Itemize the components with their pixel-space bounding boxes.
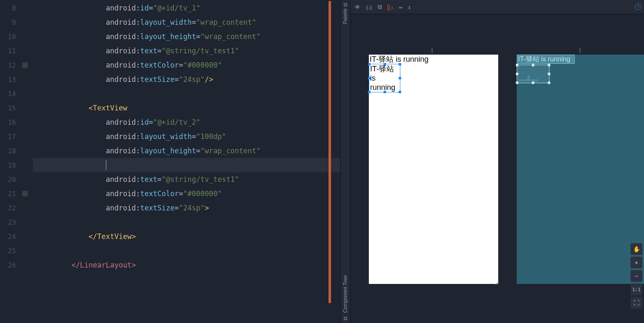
code-line[interactable]: android:text="@string/tv_test1" [33, 44, 340, 58]
arrow-h-icon[interactable]: ↔ [399, 4, 402, 11]
bp-handle-tr[interactable] [548, 64, 550, 66]
layout-design-pane: 👁 ▯▯ ⧉̸ ‖⚠ ↔ ↕ ? ⟟ ⟟ IT-驿站 is running IT… [350, 0, 644, 323]
code-line[interactable]: android:id="@+id/tv_1" [33, 1, 340, 15]
line-number: 21 [0, 186, 33, 201]
no-magnet-icon[interactable]: ⧉̸ [378, 3, 382, 11]
palette-tab[interactable]: Palette [342, 8, 348, 24]
palette-collapse-icon[interactable]: ⧉ [344, 2, 347, 8]
code-line[interactable]: android:layout_height="wrap_content" [33, 144, 340, 158]
code-line[interactable]: android:layout_width="100dp" [33, 129, 340, 144]
line-number: 13 [0, 72, 33, 87]
line-number: 18 [0, 144, 33, 158]
code-line[interactable]: </LinearLayout> [33, 258, 340, 272]
line-number: 26 [0, 258, 33, 272]
code-area[interactable]: android:id="@+id/tv_1" android:layout_wi… [33, 0, 340, 323]
line-number: 24 [0, 229, 33, 244]
blueprint-preview-frame[interactable]: IT-驿站 is running [517, 55, 644, 284]
line-number: 17 [0, 129, 33, 144]
sel-handle-tr[interactable] [399, 63, 401, 66]
code-editor-pane: 891011121314151617181920212223242526 and… [0, 0, 340, 323]
design-frame-handle-icon[interactable]: ⟟ [429, 47, 434, 55]
blueprint-tv1[interactable]: IT-驿站 is running [517, 55, 575, 64]
line-number: 16 [0, 115, 33, 129]
code-line[interactable]: android:layout_width="wrap_content" [33, 15, 340, 29]
design-toolbar: 👁 ▯▯ ⧉̸ ‖⚠ ↔ ↕ ? [350, 0, 644, 14]
sel-handle-tc[interactable] [384, 63, 386, 66]
arrow-v-icon[interactable]: ↕ [407, 4, 411, 11]
bp-handle-ml[interactable] [516, 73, 518, 75]
zoom-out-button[interactable]: − [631, 270, 642, 282]
code-line[interactable]: android:textColor="#000000" [33, 58, 340, 72]
frame-resize-grip[interactable] [493, 279, 499, 285]
line-number: 19 [0, 158, 33, 172]
sel-handle-tl[interactable] [368, 63, 371, 66]
code-line[interactable]: </TextView> [33, 229, 340, 244]
line-number: 10 [0, 29, 33, 44]
bp-handle-tl[interactable] [516, 64, 518, 66]
sel-handle-bc[interactable] [384, 91, 386, 93]
line-number: 8 [0, 1, 33, 15]
line-number: 12 [0, 58, 33, 72]
zoom-fit-button[interactable]: ⛶ [631, 297, 642, 309]
help-icon[interactable]: ? [635, 3, 641, 10]
eye-icon[interactable]: 👁 [355, 4, 360, 11]
line-number: 23 [0, 215, 33, 229]
blueprint-text-glyph [519, 73, 538, 81]
text-caret [106, 160, 106, 170]
sel-handle-br[interactable] [399, 91, 401, 93]
textview-tv1[interactable]: IT-驿站 is running [369, 55, 498, 64]
code-line[interactable]: android:id="@+id/tv_2" [33, 115, 340, 129]
warning-icon[interactable]: ‖⚠ [387, 4, 394, 11]
component-tree-collapse-icon[interactable]: ⧉ [344, 315, 347, 321]
code-line[interactable]: android:text="@string/tv_test1" [33, 172, 340, 186]
side-tool-strip: ⧉ Palette Component Tree ⧉ [340, 0, 350, 323]
zoom-controls: ✋ + − 1:1 ⛶ [631, 243, 642, 309]
line-gutter: 891011121314151617181920212223242526 [0, 0, 33, 323]
bp-handle-tc[interactable] [532, 64, 534, 66]
code-line[interactable]: <TextView [33, 101, 340, 115]
sel-handle-bl[interactable] [368, 91, 371, 93]
editor-scrollbar[interactable] [329, 1, 331, 303]
component-tree-tab[interactable]: Component Tree [342, 275, 348, 312]
sel-handle-ml[interactable] [368, 77, 371, 79]
code-line[interactable]: android:textSize="24sp"> [33, 201, 340, 215]
line-number: 15 [0, 101, 33, 115]
line-number: 14 [0, 87, 33, 101]
line-number: 22 [0, 201, 33, 215]
line-number: 9 [0, 15, 33, 29]
line-number: 11 [0, 44, 33, 58]
line-number: 20 [0, 172, 33, 186]
code-line[interactable]: android:layout_height="wrap_content" [33, 29, 340, 44]
blueprint-frame-handle-icon[interactable]: ⟟ [577, 47, 582, 55]
code-line[interactable] [33, 215, 340, 229]
zoom-reset-button[interactable]: 1:1 [631, 284, 642, 295]
line-number: 25 [0, 244, 33, 258]
code-line[interactable] [33, 158, 340, 172]
bp-handle-br[interactable] [548, 81, 550, 84]
pan-button[interactable]: ✋ [631, 243, 642, 255]
code-line[interactable]: android:textSize="24sp"/> [33, 72, 340, 87]
design-surface[interactable]: ⟟ ⟟ IT-驿站 is running IT-驿站 is running IT… [350, 14, 644, 323]
zoom-in-button[interactable]: + [631, 257, 642, 268]
textview-tv2-selected[interactable]: IT-驿站 is running [369, 64, 400, 92]
bp-handle-bc[interactable] [532, 81, 534, 84]
code-line[interactable]: android:textColor="#000000" [33, 186, 340, 201]
bp-handle-mr[interactable] [548, 73, 550, 75]
design-preview-frame[interactable]: IT-驿站 is running IT-驿站 is running [369, 55, 498, 284]
textview-tv2-text: IT-驿站 is running [370, 65, 395, 92]
columns-icon[interactable]: ▯▯ [365, 4, 373, 11]
sel-handle-mr[interactable] [399, 77, 401, 79]
blueprint-tv2-selected[interactable] [517, 65, 549, 83]
code-line[interactable] [33, 244, 340, 258]
bp-handle-bl[interactable] [516, 81, 518, 84]
code-line[interactable] [33, 87, 340, 101]
